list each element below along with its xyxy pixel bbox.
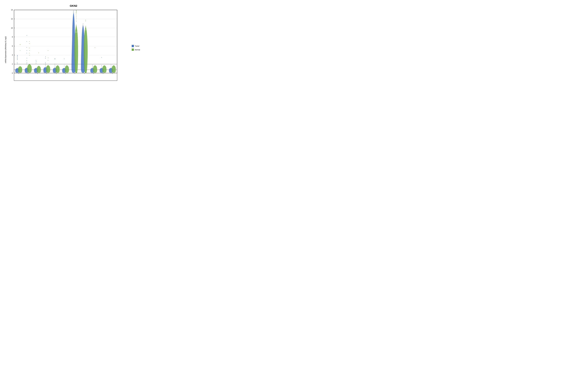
svg-rect-67: [26, 58, 27, 58]
svg-rect-62: [26, 41, 27, 42]
svg-rect-132: [92, 67, 93, 68]
svg-rect-118: [76, 17, 76, 17]
svg-rect-119: [76, 18, 77, 18]
legend-item-normal: Normal: [132, 49, 140, 51]
svg-rect-124: [83, 24, 83, 24]
svg-rect-55: [17, 59, 17, 60]
svg-rect-63: [26, 35, 27, 36]
svg-text:4: 4: [12, 54, 13, 56]
svg-rect-60: [20, 50, 20, 51]
svg-rect-81: [36, 63, 36, 63]
svg-rect-116: [76, 14, 76, 15]
svg-rect-74: [29, 48, 30, 48]
svg-rect-142: [111, 67, 111, 67]
legend-item-tumor: Tumor: [132, 45, 139, 47]
svg-rect-99: [55, 67, 55, 67]
svg-text:8: 8: [12, 36, 13, 38]
svg-rect-76: [29, 53, 30, 53]
svg-rect-72: [29, 41, 30, 42]
svg-rect-75: [29, 50, 30, 51]
legend-label-tumor: Tumor: [135, 45, 139, 47]
svg-rect-105: [64, 58, 64, 59]
svg-rect-53: [17, 58, 17, 58]
svg-text:14: 14: [11, 9, 13, 11]
chart-container: GKN2 mRNA Expression (RNASeq V2, log2) 0: [3, 3, 144, 89]
svg-rect-88: [45, 65, 46, 65]
svg-rect-136: [101, 65, 102, 66]
svg-rect-77: [29, 55, 30, 55]
y-axis-label: mRNA Expression (RNASeq V2, log2): [3, 9, 8, 87]
svg-rect-66: [26, 53, 27, 53]
svg-rect-127: [86, 48, 86, 48]
svg-text:12: 12: [11, 18, 13, 20]
svg-rect-110: [73, 11, 74, 12]
svg-rect-137: [102, 67, 102, 67]
svg-rect-130: [92, 65, 93, 65]
svg-rect-65: [26, 50, 27, 51]
svg-text:6: 6: [12, 45, 13, 47]
legend-box-tumor: [132, 45, 134, 47]
svg-rect-64: [26, 47, 27, 48]
svg-text:10: 10: [11, 27, 13, 29]
chart-area: mRNA Expression (RNASeq V2, log2) 0 2: [3, 9, 144, 87]
svg-rect-115: [76, 13, 77, 14]
svg-rect-79: [36, 60, 36, 60]
svg-rect-97: [55, 64, 55, 64]
svg-rect-128: [86, 20, 86, 20]
svg-rect-54: [17, 59, 18, 59]
svg-rect-126: [86, 21, 86, 21]
svg-rect-80: [36, 61, 36, 62]
svg-rect-95: [48, 50, 48, 51]
legend-area: Tumor Normal: [129, 9, 144, 87]
svg-rect-108: [73, 12, 74, 13]
svg-rect-138: [101, 57, 102, 58]
svg-rect-103: [64, 64, 64, 64]
svg-rect-117: [76, 16, 77, 16]
svg-rect-123: [83, 25, 83, 25]
svg-rect-50: [17, 55, 18, 56]
svg-rect-114: [76, 10, 77, 11]
svg-rect-93: [48, 60, 48, 60]
svg-rect-143: [111, 68, 111, 68]
svg-rect-141: [111, 65, 111, 65]
svg-rect-131: [92, 66, 93, 67]
svg-rect-120: [76, 20, 76, 20]
svg-rect-94: [48, 58, 48, 58]
svg-rect-69: [26, 62, 27, 63]
plot-svg: 0 2 4 6 8: [8, 9, 129, 87]
legend-box-normal: [132, 49, 134, 51]
svg-rect-121: [76, 21, 77, 22]
svg-rect-57: [17, 64, 18, 64]
svg-rect-90: [45, 58, 46, 58]
svg-rect-59: [20, 44, 20, 45]
svg-rect-52: [17, 57, 18, 57]
svg-rect-56: [17, 62, 17, 63]
svg-rect-70: [26, 64, 27, 64]
svg-rect-68: [26, 60, 27, 61]
svg-rect-112: [76, 12, 77, 13]
svg-rect-100: [55, 58, 55, 59]
svg-text:2: 2: [12, 63, 13, 65]
svg-rect-73: [29, 43, 30, 44]
svg-rect-51: [17, 56, 17, 56]
svg-rect-109: [73, 10, 74, 11]
svg-rect-84: [38, 53, 39, 53]
svg-text:0: 0: [12, 72, 13, 74]
svg-rect-89: [45, 66, 46, 67]
svg-rect-145: [113, 71, 114, 71]
svg-rect-113: [76, 11, 77, 12]
plot-and-legend: 0 2 4 6 8: [8, 9, 144, 87]
svg-rect-91: [45, 57, 46, 57]
svg-rect-134: [95, 48, 95, 48]
svg-rect-98: [55, 66, 55, 66]
svg-rect-104: [64, 66, 64, 66]
svg-rect-87: [45, 64, 46, 64]
legend-label-normal: Normal: [135, 49, 140, 51]
svg-rect-83: [38, 68, 39, 69]
svg-rect-86: [45, 62, 46, 63]
plot-wrapper: 0 2 4 6 8: [8, 9, 129, 87]
chart-title: GKN2: [3, 3, 144, 8]
